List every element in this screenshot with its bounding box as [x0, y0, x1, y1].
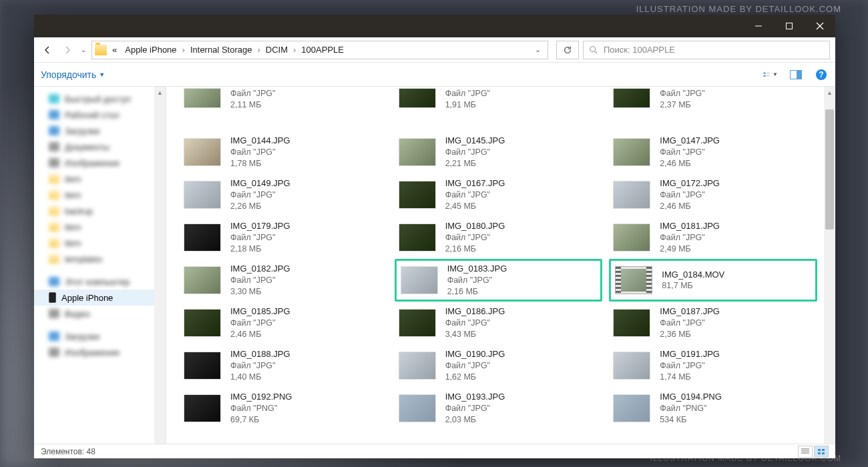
- sidebar-item[interactable]: item: [34, 219, 166, 235]
- file-size: 2,16 МБ: [445, 244, 505, 255]
- file-item[interactable]: IMG_0192.PNGФайл "PNG"69,7 КБ: [180, 387, 388, 430]
- details-view-button[interactable]: [798, 446, 813, 458]
- sidebar-item[interactable]: Рабочий стол: [34, 107, 166, 123]
- file-item[interactable]: Файл "JPG"2,37 МБ: [609, 88, 817, 117]
- forward-button[interactable]: [59, 42, 75, 58]
- file-type: Файл "JPG": [447, 275, 507, 286]
- sidebar-item-apple-iphone[interactable]: Apple iPhone: [34, 290, 166, 306]
- breadcrumb-item-2[interactable]: DCIM: [263, 43, 290, 56]
- sidebar-item[interactable]: item: [34, 235, 166, 251]
- file-item[interactable]: IMG_0194.PNGФайл "PNG"534 КБ: [609, 387, 817, 430]
- svg-rect-6: [764, 72, 766, 73]
- sidebar-item[interactable]: Загрузки: [34, 123, 166, 139]
- image-thumbnail-icon: [184, 181, 221, 209]
- file-item[interactable]: IMG_0188.JPGФайл "JPG"1,40 МБ: [180, 344, 388, 387]
- address-dropdown-icon[interactable]: ⌄: [535, 45, 541, 54]
- image-thumbnail-icon: [613, 181, 650, 209]
- maximize-button[interactable]: [774, 15, 805, 37]
- svg-point-4: [590, 46, 596, 51]
- file-size: 1,62 МБ: [445, 372, 505, 383]
- file-item[interactable]: IMG_0145.JPGФайл "JPG"2,21 МБ: [395, 131, 603, 173]
- file-item[interactable]: Файл "JPG"2,11 МБ: [180, 88, 388, 117]
- sidebar-item[interactable]: Быстрый доступ: [34, 91, 166, 107]
- file-name: IMG_0180.JPG: [445, 220, 505, 232]
- search-input[interactable]: Поиск: 100APPLE: [583, 41, 830, 59]
- file-item[interactable]: IMG_0190.JPGФайл "JPG"1,62 МБ: [395, 344, 603, 387]
- sidebar-item[interactable]: templates: [34, 251, 166, 267]
- sidebar-item[interactable]: Этот компьютер: [34, 274, 166, 290]
- file-item[interactable]: IMG_0185.JPGФайл "JPG"2,46 МБ: [180, 302, 388, 344]
- sidebar-scrollbar[interactable]: ▲: [154, 87, 166, 458]
- file-item[interactable]: IMG_0181.JPGФайл "JPG"2,49 МБ: [609, 216, 817, 259]
- image-thumbnail-icon: [184, 266, 221, 294]
- image-thumbnail-icon: [613, 138, 650, 166]
- sidebar-item[interactable]: Видео: [34, 306, 166, 322]
- item-count-label: Элементов:: [41, 447, 84, 456]
- item-count: 48: [87, 447, 95, 456]
- file-size: 2,49 МБ: [660, 244, 720, 255]
- chevron-right-icon: ›: [182, 45, 185, 55]
- file-item[interactable]: IMG_0191.JPGФайл "JPG"1,74 МБ: [609, 344, 817, 387]
- file-item[interactable]: IMG_0184.MOV81,7 МБ: [609, 259, 817, 302]
- file-name: IMG_0188.JPG: [230, 348, 290, 360]
- main-scrollbar[interactable]: ▲: [824, 87, 835, 458]
- file-item[interactable]: IMG_0172.JPGФайл "JPG"2,46 МБ: [609, 173, 817, 216]
- sidebar-item[interactable]: Загрузки: [34, 328, 166, 344]
- file-item[interactable]: IMG_0147.JPGФайл "JPG"2,46 МБ: [609, 131, 817, 173]
- file-item[interactable]: IMG_0167.JPGФайл "JPG"2,45 МБ: [395, 173, 603, 216]
- svg-rect-17: [818, 449, 821, 451]
- minimize-button[interactable]: [743, 15, 774, 37]
- file-type: Файл "JPG": [230, 318, 290, 329]
- breadcrumb-item-1[interactable]: Internal Storage: [188, 43, 255, 56]
- chevron-right-icon: ›: [257, 45, 260, 55]
- sidebar-item[interactable]: Изображения: [34, 344, 166, 360]
- file-item[interactable]: IMG_0180.JPGФайл "JPG"2,16 МБ: [395, 216, 603, 259]
- file-name: IMG_0186.JPG: [445, 306, 505, 318]
- breadcrumb-prefix[interactable]: «: [110, 43, 120, 56]
- sidebar-item[interactable]: backup: [34, 203, 166, 219]
- file-item[interactable]: IMG_0193.JPGФайл "JPG"2,03 МБ: [395, 387, 603, 430]
- file-type: Файл "JPG": [660, 232, 720, 244]
- close-button[interactable]: [805, 15, 835, 37]
- back-button[interactable]: [39, 42, 55, 58]
- preview-pane-button[interactable]: [789, 67, 803, 82]
- sidebar-item[interactable]: item: [34, 187, 166, 203]
- file-size: 2,37 МБ: [660, 99, 704, 111]
- sidebar-item[interactable]: Изображения: [34, 155, 166, 171]
- svg-rect-1: [787, 23, 793, 29]
- file-item[interactable]: IMG_0179.JPGФайл "JPG"2,18 МБ: [180, 216, 388, 259]
- file-size: 2,46 МБ: [660, 158, 720, 169]
- image-thumbnail-icon: [399, 352, 436, 380]
- file-type: Файл "JPG": [660, 318, 720, 329]
- sidebar-item[interactable]: Документы: [34, 139, 166, 155]
- image-thumbnail-icon: [399, 394, 436, 422]
- history-dropdown[interactable]: ⌄: [79, 46, 87, 53]
- file-size: 1,78 МБ: [230, 158, 290, 169]
- image-thumbnail-icon: [401, 266, 438, 294]
- address-bar[interactable]: « Apple iPhone › Internal Storage › DCIM…: [91, 41, 548, 59]
- file-item[interactable]: IMG_0186.JPGФайл "JPG"3,43 МБ: [395, 302, 603, 344]
- file-name: IMG_0194.PNG: [660, 391, 722, 403]
- file-item[interactable]: IMG_0144.JPGФайл "JPG"1,78 МБ: [180, 131, 388, 173]
- file-item[interactable]: Файл "JPG"1,91 МБ: [395, 88, 603, 117]
- image-thumbnail-icon: [613, 352, 650, 380]
- breadcrumb-item-3[interactable]: 100APPLE: [298, 43, 347, 56]
- phone-icon: [49, 292, 56, 303]
- file-item[interactable]: IMG_0182.JPGФайл "JPG"3,30 МБ: [180, 259, 388, 302]
- file-name: IMG_0145.JPG: [445, 135, 505, 147]
- file-size: 2,45 МБ: [445, 201, 505, 212]
- sidebar-item[interactable]: item: [34, 171, 166, 187]
- file-item[interactable]: IMG_0183.JPGФайл "JPG"2,16 МБ: [395, 259, 603, 302]
- image-thumbnail-icon: [184, 309, 221, 337]
- refresh-button[interactable]: [556, 41, 579, 59]
- file-size: 2,21 МБ: [445, 158, 505, 169]
- organize-menu[interactable]: Упорядочить▼: [41, 69, 105, 80]
- file-item[interactable]: IMG_0187.JPGФайл "JPG"2,36 МБ: [609, 302, 817, 344]
- view-options-button[interactable]: ▼: [763, 67, 778, 82]
- breadcrumb-item-0[interactable]: Apple iPhone: [122, 43, 179, 56]
- file-type: Файл "JPG": [445, 189, 505, 201]
- image-thumbnail-icon: [613, 394, 650, 422]
- file-item[interactable]: IMG_0149.JPGФайл "JPG"2,26 МБ: [180, 173, 388, 216]
- thumbnails-view-button[interactable]: [814, 446, 829, 458]
- help-button[interactable]: ?: [814, 67, 829, 82]
